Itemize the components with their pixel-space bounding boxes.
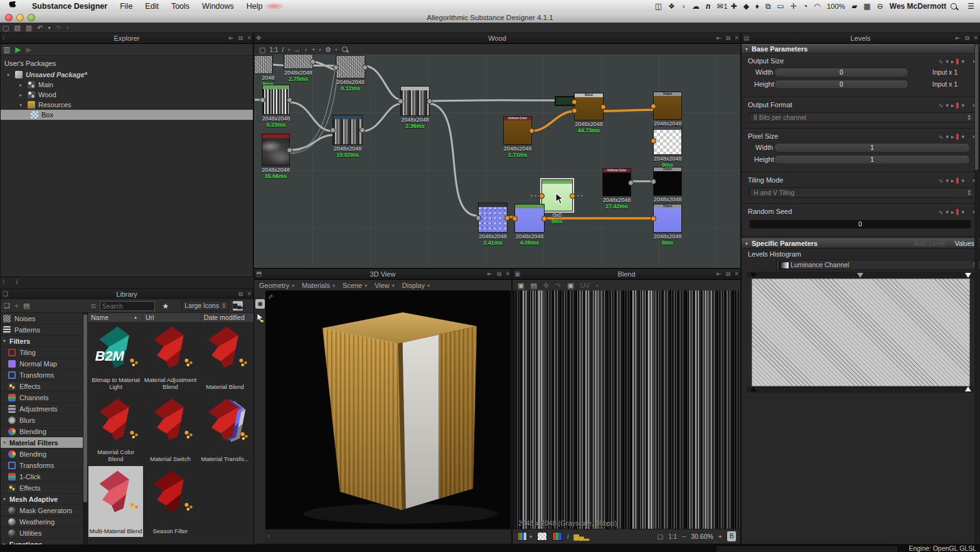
function-icon[interactable]: ∿ — [939, 178, 944, 184]
float-icon[interactable]: ⧉ — [238, 289, 243, 299]
input-port[interactable] — [333, 65, 339, 70]
view3d-canvas[interactable]: ⬀ — [265, 290, 511, 529]
redo-chevron-icon[interactable]: ▾ — [64, 25, 72, 31]
category-blurs[interactable]: Blurs — [1, 415, 83, 426]
library-item-material-color-blend[interactable]: Material Color Blend — [88, 394, 143, 465]
graph-node-uniform-color[interactable]: Uniform Color 2048x20481.71ms — [504, 117, 531, 144]
pixel-height-slider[interactable]: 1 — [774, 155, 970, 164]
publish-play-icon[interactable]: ▶ — [15, 45, 21, 54]
graph-node-output-checker[interactable]: 2048x20480ms — [654, 126, 681, 154]
category-channels[interactable]: Channels — [1, 392, 83, 403]
pen-icon[interactable]: / — [282, 46, 284, 53]
calendar-icon[interactable]: ▦ — [860, 0, 873, 13]
chevron-down-icon[interactable]: ▾ — [945, 134, 949, 140]
settings-gear-icon[interactable]: ⚙ — [325, 46, 331, 54]
pin-icon[interactable]: ⇤ — [716, 269, 722, 279]
menu-edit[interactable]: Edit — [139, 0, 165, 13]
output-port[interactable] — [570, 193, 575, 199]
menu-scene[interactable]: Scene — [343, 282, 362, 289]
histogram-top-track[interactable] — [747, 272, 974, 278]
output-port[interactable] — [504, 215, 510, 221]
library-item-multi-material-blend[interactable]: Multi-Material Blend — [88, 466, 143, 537]
view3d-header[interactable]: ⬒ 3D View ⇤ ⧉ × — [254, 269, 511, 280]
filter-doc-icon[interactable]: ▤ — [23, 302, 29, 310]
fit-view-icon[interactable]: ▢ — [657, 533, 663, 540]
graph-node-blur[interactable]: 2048x204810.02ms — [333, 115, 362, 144]
redo-icon[interactable]: ↷ — [53, 24, 63, 32]
fit-view-icon[interactable]: ▢ — [259, 46, 265, 54]
category-normal-map[interactable]: Normal Map — [1, 358, 83, 369]
library-item-material-adjustment-blend[interactable]: Material Adjustment Blend — [143, 322, 198, 393]
channel-select-icon[interactable] — [517, 532, 527, 541]
category-patterns[interactable]: Patterns — [1, 324, 83, 336]
input-port[interactable] — [330, 127, 336, 133]
graph-header[interactable]: ✥ Wood ⇤ ⧉ × — [254, 33, 740, 44]
reset-slider-icon[interactable] — [956, 134, 959, 140]
favorites-star-icon[interactable]: ★ — [162, 302, 169, 310]
chevron-down-icon[interactable]: ▾ — [945, 178, 949, 184]
library-item-material-blend[interactable]: Material Blend — [198, 322, 252, 393]
reset-slider-icon[interactable] — [956, 178, 959, 184]
alpha-toggle-icon[interactable] — [537, 532, 547, 541]
library-header[interactable]: ❏ Library ⧉ × — [1, 289, 253, 300]
graph-node-blend-gray[interactable]: 2048x20482.36ms — [401, 87, 429, 115]
graph-node-grunge[interactable]: 2048x204835.66ms — [262, 134, 289, 166]
graph-node-output-black[interactable]: Output 2048x20480ms — [654, 167, 681, 195]
chevron-down-icon[interactable]: ▾ — [961, 58, 964, 65]
param-icons[interactable]: ∿▾▸▾ — [939, 209, 964, 215]
param-icons[interactable]: ∿▾▸▾ — [939, 178, 964, 184]
output-port[interactable] — [362, 65, 368, 70]
output-port[interactable] — [427, 98, 432, 104]
close-icon[interactable]: × — [974, 33, 977, 43]
graph-node-noise[interactable]: 2048x20482.75ms — [284, 55, 312, 68]
cloud-icon[interactable]: ☁ — [689, 0, 703, 13]
tree-expand-icon[interactable]: ▸ — [19, 92, 24, 98]
window-titlebar[interactable]: Allegorithmic Substance Designer 4.1.1 — [0, 13, 980, 23]
mid-point-handle[interactable] — [857, 273, 863, 278]
info-icon[interactable]: i — [16, 279, 18, 285]
float-icon[interactable]: ⧉ — [238, 33, 243, 43]
compute-timer-icon[interactable]: ◔ — [311, 46, 315, 53]
dock-tab-icon[interactable]: ⁝ — [3, 279, 4, 285]
input-port[interactable] — [651, 216, 656, 221]
category-one-click[interactable]: 1-Click — [1, 471, 83, 482]
dock-tab-icon[interactable]: ⁝ — [268, 533, 270, 539]
input-port[interactable] — [651, 179, 656, 184]
function-icon[interactable]: ∿ — [939, 209, 944, 215]
graph-node-output-blue[interactable]: Output 2048x20480ms — [654, 204, 681, 232]
nv-icon[interactable]: n — [703, 0, 713, 13]
chevron-down-icon[interactable]: ▾ — [961, 102, 964, 109]
histogram-plot[interactable] — [752, 279, 970, 386]
user-menu[interactable]: Wes McDermott — [887, 0, 949, 13]
chevron-down-icon[interactable]: ▾ — [961, 134, 964, 140]
spaces-icon[interactable]: ⧉ — [762, 0, 774, 13]
input-port[interactable] — [512, 216, 518, 221]
expand-icon[interactable]: ▸ — [951, 58, 954, 65]
notification-center-icon[interactable]: ☰ — [964, 0, 977, 13]
pin-icon[interactable]: ⇤ — [956, 33, 961, 43]
chevron-down-icon[interactable]: ▾ — [287, 47, 290, 53]
zoom-search-icon[interactable] — [341, 46, 349, 53]
menu-app-name[interactable]: Substance Designer — [26, 0, 114, 13]
zoom-level[interactable]: 30.60% — [691, 533, 713, 540]
output-height-slider[interactable]: 0 — [774, 80, 908, 89]
graph-node-blue-noise[interactable]: 2048x20482.41ms — [479, 203, 507, 232]
expand-icon[interactable]: ▸ — [951, 178, 954, 184]
black-point-handle[interactable] — [750, 273, 757, 278]
library-search-input[interactable] — [100, 301, 155, 311]
graph-node-output-diffuse[interactable]: Output 2048x20480ms — [654, 92, 681, 119]
category-mf-blending[interactable]: Blending — [1, 449, 83, 460]
category-noises[interactable]: Noises — [1, 313, 83, 324]
lock-icon[interactable]: ◖ — [678, 0, 689, 13]
input-port[interactable] — [539, 193, 545, 199]
input-port[interactable] — [572, 99, 577, 105]
link-mode-icon[interactable]: ↔ — [294, 46, 301, 53]
tree-expand-icon[interactable]: ▸ — [19, 82, 24, 88]
category-functions[interactable]: ▸Functions — [1, 539, 83, 544]
menu-windows[interactable]: Windows — [196, 0, 240, 13]
add-icon[interactable]: + — [14, 302, 19, 310]
edit-icon[interactable]: ▤ — [530, 282, 536, 290]
category-blending[interactable]: Blending — [1, 426, 83, 437]
category-tiling[interactable]: Tiling — [1, 347, 83, 358]
chevron-down-icon[interactable]: ▾ — [335, 47, 338, 53]
